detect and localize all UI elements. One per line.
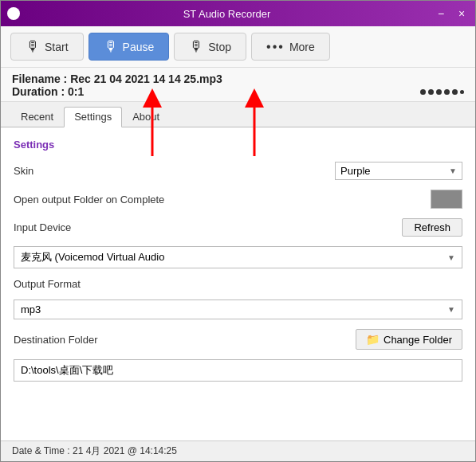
input-device-value: 麦克风 (Voicemod Virtual Audio [21,250,164,264]
more-button[interactable]: ••• More [251,33,330,61]
pause-button[interactable]: 🎙 Pause [89,33,170,61]
destination-folder-value: D:\tools\桌面\下载吧 [21,363,113,378]
dot4 [444,89,450,95]
skin-select-arrow: ▼ [449,166,457,175]
stop-button[interactable]: 🎙 Stop [174,33,246,61]
input-device-arrow: ▼ [447,253,455,262]
stop-label: Stop [208,41,231,53]
window-title: ST Audio Recorder [20,8,434,20]
start-button[interactable]: 🎙 Start [10,33,84,61]
tab-about-label: About [132,111,159,123]
toolbar: 🎙 Start 🎙 Pause 🎙 Stop ••• More [1,26,475,68]
window-controls: − × [434,8,469,19]
input-device-row: Input Device Refresh [14,218,462,237]
close-button[interactable]: × [454,8,469,19]
skin-value: Purple [340,165,371,177]
input-device-select[interactable]: 麦克风 (Voicemod Virtual Audio ▼ [14,246,462,268]
dot2 [428,89,434,95]
input-device-control: Refresh [173,218,462,237]
dot3 [436,89,442,95]
destination-folder-input[interactable]: D:\tools\桌面\下载吧 [14,359,462,382]
output-format-label: Output Format [14,278,173,290]
settings-section-title: Settings [14,139,462,151]
skin-control: Purple ▼ [173,162,462,180]
app-icon [7,7,20,20]
pause-mic-icon: 🎙 [104,38,118,55]
settings-panel: Settings Skin Purple ▼ Open output Folde… [1,127,475,440]
open-folder-control [173,190,462,209]
filename-text: Filename : Rec 21 04 2021 14 14 25.mp3 [12,72,464,85]
change-folder-button[interactable]: 📁 Change Folder [356,329,462,350]
status-text: Date & Time : 21 4月 2021 @ 14:14:25 [12,445,177,456]
mic-icon: 🎙 [26,38,40,55]
open-folder-color[interactable] [431,190,462,209]
status-bar: Date & Time : 21 4月 2021 @ 14:14:25 [1,440,475,461]
tab-recent-label: Recent [21,111,53,123]
open-folder-label: Open output Folder on Complete [14,194,173,206]
dot1 [420,89,426,95]
destination-folder-row: Destination Folder 📁 Change Folder [14,329,462,350]
tab-about[interactable]: About [122,107,170,127]
dot5 [452,89,458,95]
destination-folder-control: 📁 Change Folder [173,329,462,350]
minimize-button[interactable]: − [434,8,448,19]
tab-bar: Recent Settings About [1,102,475,127]
dot6 [460,90,464,94]
open-folder-row: Open output Folder on Complete [14,190,462,209]
output-format-value: mp3 [21,303,41,315]
skin-label: Skin [14,165,173,177]
stop-mic-icon: 🎙 [189,38,203,55]
more-dots-icon: ••• [266,40,285,54]
info-bar: Filename : Rec 21 04 2021 14 14 25.mp3 D… [1,68,475,102]
input-device-label: Input Device [14,221,173,233]
info-dots [420,89,464,95]
output-format-row: Output Format [14,278,462,290]
tab-recent[interactable]: Recent [10,107,64,127]
destination-folder-label: Destination Folder [14,334,173,346]
tab-settings[interactable]: Settings [64,107,122,127]
skin-select[interactable]: Purple ▼ [335,162,462,180]
more-label: More [289,41,315,53]
title-bar: ST Audio Recorder − × [1,1,475,26]
tab-settings-label: Settings [74,111,112,123]
output-format-arrow: ▼ [447,305,455,314]
skin-row: Skin Purple ▼ [14,162,462,180]
duration-text: Duration : 0:1 [12,85,84,98]
change-folder-label: Change Folder [384,334,452,346]
start-label: Start [45,41,69,53]
pause-label: Pause [123,41,155,53]
folder-icon: 📁 [366,333,380,346]
refresh-button[interactable]: Refresh [402,218,462,237]
output-format-select[interactable]: mp3 ▼ [14,300,462,319]
